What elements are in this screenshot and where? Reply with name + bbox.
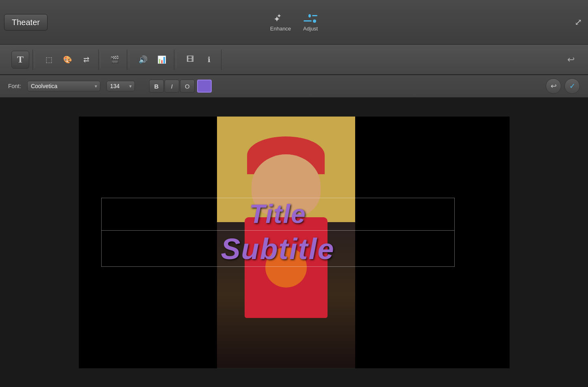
toolbar-divider-2 [100,52,101,68]
color-swatch[interactable] [197,80,212,93]
subtitle-text[interactable]: Subtitle [221,232,335,266]
crop-tool-button[interactable]: ⬚ [40,51,58,69]
font-size-select[interactable]: 12 18 24 36 48 72 96 134 [106,81,135,91]
top-right-controls: ⤢ [575,17,582,28]
canvas-area: Title Subtitle [0,97,588,387]
audio-section: 🔊 📊 [131,50,174,70]
font-label: Font: [8,83,21,89]
confirm-icon: ✓ [569,82,575,91]
undo-button[interactable]: ↩ [562,51,580,69]
font-select-wrapper: Coolvetica Arial Helvetica Georgia Impac… [27,81,100,91]
info-icon: ℹ [208,55,210,64]
video-section: 🎬 [102,50,127,70]
revert-button[interactable]: ↩ [546,78,561,94]
toolbar-center: Enhance Adjust [270,13,318,32]
text-tool-icon: T [17,54,24,65]
theater-button[interactable]: Theater [4,14,48,30]
video-frame: Title Subtitle [79,117,510,368]
video-camera-icon: 🎬 [110,55,119,64]
enhance-button[interactable]: Enhance [270,13,291,32]
outline-button[interactable]: O [180,80,195,93]
italic-icon: I [171,83,173,90]
video-tool-button[interactable]: 🎬 [106,51,124,69]
enhance-adjust: Enhance Adjust [270,13,318,32]
film-tool-button[interactable]: 🎞 [181,51,199,69]
enhance-label: Enhance [270,26,291,32]
flip-tool-button[interactable]: ⇄ [77,51,95,69]
flip-icon: ⇄ [83,55,89,64]
crop-icon: ⬚ [46,55,52,64]
chart-icon: 📊 [157,55,166,64]
bold-icon: B [154,83,158,90]
top-bar: Theater Enhance Adjust [0,0,588,45]
title-box[interactable]: Title [102,198,454,231]
adjust-label: Adjust [303,26,318,32]
title-text[interactable]: Title [249,199,306,229]
color-icon: 🎨 [63,55,72,64]
film-section: 🎞 ℹ [178,50,221,70]
audio-tool-button[interactable]: 🔊 [134,51,152,69]
crop-section: ⬚ 🎨 ⇄ [37,50,99,70]
color-tool-button[interactable]: 🎨 [59,51,76,69]
font-toolbar: Font: Coolvetica Arial Helvetica Georgia… [0,75,588,97]
bold-button[interactable]: B [149,80,164,93]
revert-icon: ↩ [551,82,557,91]
second-toolbar: T ⬚ 🎨 ⇄ 🎬 🔊 📊 🎞 ℹ [0,45,588,75]
confirm-button[interactable]: ✓ [564,78,580,94]
font-select[interactable]: Coolvetica Arial Helvetica Georgia Impac… [27,81,100,91]
title-overlay[interactable]: Title Subtitle [101,198,455,267]
text-tool-button[interactable]: T [11,51,29,69]
speaker-icon: 🔊 [139,55,148,64]
italic-button[interactable]: I [165,80,179,93]
toolbar-divider-3 [129,52,129,68]
adjust-button[interactable]: Adjust [303,13,318,32]
undo-icon: ↩ [567,54,575,65]
fullscreen-icon: ⤢ [575,17,582,27]
subtitle-box[interactable]: Subtitle [102,231,454,267]
font-size-wrapper: 12 18 24 36 48 72 96 134 ▼ [106,81,135,91]
film-icon: 🎞 [187,55,194,64]
toolbar-divider-4 [176,52,176,68]
text-section: T [8,50,33,70]
info-tool-button[interactable]: ℹ [200,51,218,69]
fullscreen-button[interactable]: ⤢ [575,17,582,28]
action-buttons: ↩ ✓ [546,78,580,94]
enhance-icon [273,13,287,24]
outline-icon: O [185,83,190,90]
chart-tool-button[interactable]: 📊 [153,51,171,69]
adjust-icon [304,13,317,24]
toolbar-divider-1 [35,52,35,68]
style-buttons: B I O [149,80,212,93]
